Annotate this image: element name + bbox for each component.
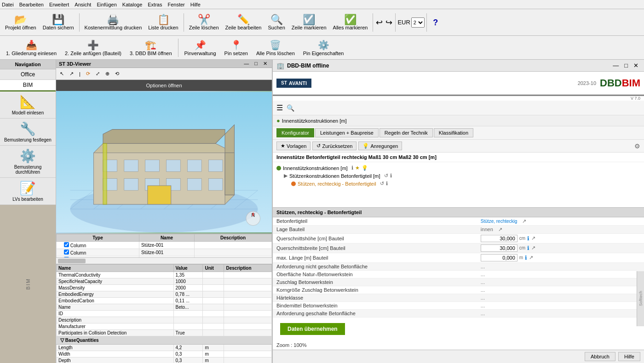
dbd-minimize-button[interactable]: —	[611, 62, 621, 69]
currency-select[interactable]: 2	[411, 17, 425, 28]
hamburger-menu-icon[interactable]: ☰	[276, 103, 283, 112]
tab-regeln-technik[interactable]: Regeln der Technik	[380, 128, 433, 137]
menu-kataloge[interactable]: Kataloge	[122, 2, 142, 7]
redo-button[interactable]: ↪	[385, 17, 393, 28]
dbd-bim-oeffnen-button[interactable]: 🏗️ 3. DBD BIM öffnen	[126, 37, 176, 58]
prop-input-field[interactable]	[481, 244, 518, 252]
viewer-maximize-button[interactable]: □	[253, 61, 259, 67]
alles-markieren-button[interactable]: ✅ Alles markieren	[330, 11, 371, 34]
pin-setzen-button[interactable]: 📍 Pin setzen	[220, 37, 252, 58]
abbruch-button[interactable]: Abbruch	[585, 352, 615, 361]
vorlagen-button[interactable]: ★ Vorlagen	[276, 142, 310, 150]
list-item[interactable]: Description	[57, 317, 272, 323]
kostenermittlung-drucken-button[interactable]: 🖨️ Kostenermittlung drucken	[81, 11, 145, 34]
hscroll-thumb[interactable]	[58, 259, 86, 263]
menu-einfuegen[interactable]: Einfügen	[97, 2, 116, 7]
alle-pins-loeschen-button[interactable]: 🗑️ Alle Pins löschen	[252, 37, 299, 58]
prop-input-field[interactable]	[481, 235, 518, 242]
info-icon[interactable]: ℹ	[525, 255, 527, 261]
hilfe-button[interactable]: Hilfe	[618, 352, 640, 361]
zeile-anfuegen-button[interactable]: ➕ 2. Zeile anfügen (Bauteil)	[61, 37, 126, 58]
search-nav-icon[interactable]: 🔍	[287, 104, 294, 112]
list-item[interactable]: ID	[57, 311, 272, 317]
tree-star-icon-0[interactable]: ★	[355, 165, 360, 171]
tab-leistungen-baupreise[interactable]: Leistungen + Baupreise	[315, 128, 379, 137]
zeile-loeschen-button[interactable]: ✂️ Zeile löschen	[186, 11, 222, 34]
tree-item-innenstuetz[interactable]: Innenstützkonstruktionen [m] ℹ ★ 💡	[276, 164, 640, 172]
list-item[interactable]: Participates in Collision Detection True	[57, 330, 272, 336]
list-item[interactable]: Length 4,2 m	[57, 345, 272, 351]
viewer-minimize-button[interactable]: —	[242, 61, 251, 67]
menu-ansicht[interactable]: Ansicht	[75, 2, 91, 7]
undo-button[interactable]: ↩	[375, 17, 384, 28]
tree-light-icon-0[interactable]: 💡	[362, 165, 368, 171]
list-item[interactable]: ThermalConductivity 1,35	[57, 272, 272, 278]
tree-reset-icon-1[interactable]: ↺	[384, 173, 388, 179]
arrow-icon[interactable]: ↗	[498, 227, 502, 232]
row-checkbox[interactable]	[64, 242, 69, 247]
table-row[interactable]: Column Stütze-001	[57, 249, 272, 256]
menu-extras[interactable]: Extras	[148, 2, 162, 7]
tree-info-icon-0[interactable]: ℹ	[351, 165, 353, 171]
viewer-tool-1[interactable]: ↖	[58, 70, 66, 78]
projekt-oeffnen-button[interactable]: 📂 Projekt öffnen	[2, 11, 40, 34]
viewer-close-button[interactable]: ✕	[261, 61, 269, 67]
prop-input-field[interactable]	[481, 254, 518, 261]
menu-hilfe[interactable]: Hilfe	[190, 2, 201, 7]
tree-info-icon-2[interactable]: ℹ	[386, 181, 388, 187]
list-item[interactable]: EmbodiedEnergy 0,78 ...	[57, 291, 272, 298]
list-item[interactable]: MassDensity 2000	[57, 285, 272, 291]
liste-drucken-button[interactable]: 📋 Liste drucken	[145, 11, 181, 34]
gliederung-einlesen-button[interactable]: 📥 1. Gliederung einlesen	[2, 37, 61, 58]
zeile-markieren-button[interactable]: ☑️ Zeile markieren	[288, 11, 330, 34]
menu-bearbeiten[interactable]: Bearbeiten	[19, 2, 44, 7]
tab-klassifikation[interactable]: Klassifikation	[434, 128, 473, 137]
zuruecksetzen-button[interactable]: ↺ Zurücksetzen	[312, 142, 356, 150]
viewer-tool-5[interactable]: ⤢	[94, 70, 102, 78]
tree-reset-icon-2[interactable]: ↺	[380, 181, 384, 187]
list-item[interactable]: Width 0,3 m	[57, 351, 272, 357]
viewer-tool-4[interactable]: ⟳	[84, 70, 92, 78]
zeile-bearbeiten-button[interactable]: ✏️ Zeile bearbeiten	[222, 11, 265, 34]
list-item[interactable]: Manufacturer	[57, 323, 272, 330]
info-icon[interactable]: ℹ	[527, 235, 529, 242]
pinverwaltung-button[interactable]: 📌 Pinverwaltung	[180, 37, 220, 58]
settings-icon[interactable]: ⚙	[634, 142, 640, 150]
dbd-maximize-button[interactable]: □	[622, 62, 630, 69]
collapse-icon[interactable]: ▽	[60, 337, 64, 343]
tree-item-stuetzenkonstruktionen[interactable]: ▶ Stützenkonstruktionen Betonfertigteil …	[276, 172, 640, 180]
bemusterung-festlegen-button[interactable]: 🔧 Bemusterung festlegen	[0, 119, 56, 146]
anregungen-button[interactable]: 💡 Anregungen	[358, 142, 402, 150]
modell-einlesen-button[interactable]: 📐 Modell einlesen	[0, 91, 56, 119]
viewer-tool-6[interactable]: ⊕	[104, 70, 111, 78]
menu-erweitert[interactable]: Erweitert	[49, 2, 69, 7]
prop-link[interactable]: Stütze, rechteckig	[481, 219, 517, 224]
help-button[interactable]: ?	[429, 11, 443, 34]
arrow-icon[interactable]: ↗	[531, 235, 535, 241]
sidebar-item-bim[interactable]: BIM	[0, 80, 56, 91]
arrow-icon[interactable]: ↗	[531, 245, 535, 251]
tree-hscroll[interactable]	[56, 257, 272, 264]
viewer-tool-2[interactable]: ↗	[68, 70, 75, 78]
list-item[interactable]: Name Beto...	[57, 304, 272, 311]
viewer-tool-7[interactable]: ⟲	[113, 70, 121, 78]
row-checkbox[interactable]	[64, 250, 69, 255]
bemusterung-durchfuehren-button[interactable]: ⚙️ Bemusterung durchführen	[0, 146, 56, 178]
lvs-bearbeiten-button[interactable]: 📝 LVs bearbeiten	[0, 178, 56, 205]
pin-eigenschaften-button[interactable]: ⚙️ Pin Eigenschaften	[299, 37, 348, 58]
list-item[interactable]: SpecificHeatCapacity 1000	[57, 278, 272, 285]
list-item[interactable]: Depth 0,3 m	[57, 357, 272, 363]
list-item[interactable]: ▽ BaseQuantities	[57, 336, 272, 345]
sidebar-item-office[interactable]: Office	[0, 69, 56, 80]
suchen-button[interactable]: 🔍 Suchen	[264, 11, 288, 34]
daten-uebernehmen-button[interactable]: Daten übernehmen	[280, 323, 345, 335]
optionen-oeffnen-button[interactable]: Optionen öffnen	[141, 81, 186, 90]
list-item[interactable]: EmbodiedCarbon 0,11 ...	[57, 298, 272, 304]
arrow-icon[interactable]: ↗	[522, 218, 526, 224]
table-row[interactable]: Column Stütze-001	[57, 242, 272, 249]
tab-konfigurator[interactable]: Konfigurator	[276, 128, 314, 137]
menu-datei[interactable]: Datei	[2, 2, 14, 7]
menu-fenster[interactable]: Fenster	[167, 2, 184, 7]
tree-info-icon-1[interactable]: ℹ	[390, 173, 392, 179]
arrow-icon[interactable]: ↗	[529, 255, 533, 261]
